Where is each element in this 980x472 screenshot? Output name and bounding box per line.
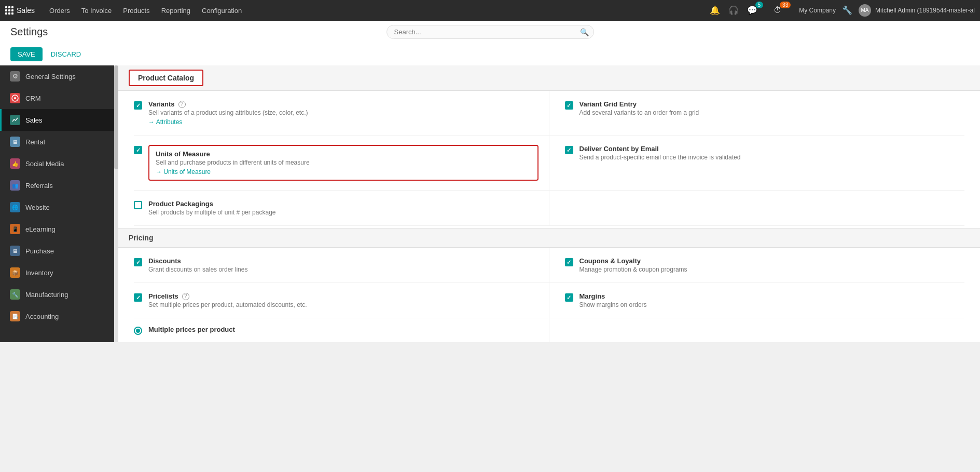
- clock-icon[interactable]: ⏱33: [771, 3, 795, 17]
- variant-grid-entry-desc: Add several variants to an order from a …: [579, 109, 699, 116]
- content-area: Product Catalog ✓ Variants ? Sell varian…: [118, 65, 980, 342]
- units-of-measure-label: Units of Measure: [156, 150, 210, 158]
- setting-pricelists: ✓ Pricelists ? Set multiple prices per p…: [134, 283, 549, 318]
- sidebar-item-social-media[interactable]: 👍 Social Media: [0, 153, 114, 174]
- nav-to-invoice[interactable]: To Invoice: [76, 4, 117, 18]
- setting-variant-grid-entry: ✓ Variant Grid Entry Add several variant…: [549, 91, 965, 135]
- company-name[interactable]: My Company: [799, 7, 836, 14]
- search-input[interactable]: [387, 25, 594, 39]
- sidebar-item-accounting[interactable]: 📑 Accounting: [0, 305, 114, 327]
- website-icon: 🌐: [10, 202, 20, 212]
- sales-icon: [10, 115, 20, 125]
- bell-icon[interactable]: 🔔: [708, 3, 722, 17]
- chat-icon[interactable]: 💬5: [745, 3, 768, 17]
- search-icon: 🔍: [580, 28, 589, 36]
- multiple-prices-radio[interactable]: [134, 327, 142, 335]
- variants-label: Variants: [148, 100, 175, 108]
- manufacturing-icon: 🔧: [10, 289, 20, 300]
- deliver-content-content: Deliver Content by Email Send a product-…: [579, 145, 741, 161]
- product-catalog-settings: ✓ Variants ? Sell variants of a product …: [118, 91, 980, 226]
- deliver-content-checkbox[interactable]: ✓: [565, 146, 573, 154]
- deliver-content-label: Deliver Content by Email: [579, 145, 659, 153]
- main-nav: Orders To Invoice Products Reporting Con…: [44, 4, 706, 18]
- app-name: Sales: [17, 6, 35, 15]
- variant-grid-entry-checkbox[interactable]: ✓: [565, 101, 573, 110]
- sidebar-item-elearning[interactable]: 📱 eLearning: [0, 218, 114, 240]
- discounts-desc: Grant discounts on sales order lines: [148, 266, 247, 273]
- variants-desc: Sell variants of a product using attribu…: [148, 109, 308, 116]
- sidebar-item-inventory[interactable]: 📦 Inventory: [0, 262, 114, 284]
- product-catalog-tab[interactable]: Product Catalog: [129, 70, 203, 86]
- sidebar-label-manufacturing: Manufacturing: [25, 291, 68, 299]
- pricing-row-2: ✓ Pricelists ? Set multiple prices per p…: [134, 283, 964, 318]
- sidebar-label-social-media: Social Media: [25, 160, 64, 168]
- accounting-icon: 📑: [10, 311, 20, 321]
- sidebar-item-rental[interactable]: 🖥 Rental: [0, 131, 114, 153]
- setting-margins: ✓ Margins Show margins on orders: [549, 283, 965, 318]
- sidebar-item-manufacturing[interactable]: 🔧 Manufacturing: [0, 284, 114, 305]
- discard-button[interactable]: DISCARD: [47, 47, 86, 61]
- sidebar-item-crm[interactable]: CRM: [0, 87, 114, 109]
- scrollbar-track[interactable]: [114, 65, 118, 342]
- sidebar-item-purchase[interactable]: 🖥 Purchase: [0, 240, 114, 262]
- discounts-label: Discounts: [148, 257, 181, 265]
- elearning-icon: 📱: [10, 224, 20, 234]
- app-brand[interactable]: Sales: [5, 6, 39, 15]
- apps-icon[interactable]: [5, 6, 13, 15]
- pricelists-checkbox[interactable]: ✓: [134, 293, 142, 302]
- pricing-row-1: ✓ Discounts Grant discounts on sales ord…: [134, 248, 964, 283]
- sidebar-label-accounting: Accounting: [25, 313, 59, 320]
- pricing-settings: ✓ Discounts Grant discounts on sales ord…: [118, 248, 980, 342]
- coupons-loyalty-label: Coupons & Loyalty: [579, 257, 641, 265]
- discounts-checkbox[interactable]: ✓: [134, 258, 142, 266]
- general-settings-icon: ⚙: [10, 71, 20, 82]
- nav-products[interactable]: Products: [118, 4, 155, 18]
- product-packagings-label: Product Packagings: [148, 200, 213, 208]
- multiple-prices-label: Multiple prices per product: [148, 326, 235, 333]
- social-icon: 👍: [10, 158, 20, 169]
- navbar-right: 🔔 🎧 💬5 ⏱33 My Company 🔧 MA Mitchell Admi…: [708, 3, 975, 17]
- coupons-loyalty-content: Coupons & Loyalty Manage promotion & cou…: [579, 257, 687, 273]
- sidebar-label-crm: CRM: [25, 95, 41, 102]
- discounts-content: Discounts Grant discounts on sales order…: [148, 257, 247, 273]
- settings-row-1: ✓ Variants ? Sell variants of a product …: [134, 91, 964, 136]
- crm-icon: [10, 93, 20, 103]
- setting-multiple-prices: Multiple prices per product: [134, 318, 549, 342]
- variants-link[interactable]: Attributes: [148, 118, 182, 126]
- variant-grid-entry-content: Variant Grid Entry Add several variants …: [579, 100, 699, 116]
- wrench-icon[interactable]: 🔧: [840, 3, 854, 17]
- units-of-measure-checkbox[interactable]: ✓: [134, 146, 142, 154]
- sidebar-label-sales: Sales: [25, 116, 43, 124]
- sidebar-label-general-settings: General Settings: [25, 73, 76, 80]
- user-avatar[interactable]: MA: [859, 4, 871, 17]
- product-catalog-section-header: Product Catalog: [118, 65, 980, 91]
- pricing-row-3: Multiple prices per product: [134, 318, 964, 342]
- nav-reporting[interactable]: Reporting: [156, 4, 196, 18]
- nav-configuration[interactable]: Configuration: [197, 4, 247, 18]
- save-button[interactable]: SAVE: [10, 47, 43, 61]
- units-of-measure-link[interactable]: Units of Measure: [156, 168, 211, 176]
- coupons-loyalty-checkbox[interactable]: ✓: [565, 258, 573, 266]
- pricing-section-title: Pricing: [129, 234, 153, 242]
- pricelists-desc: Set multiple prices per product, automat…: [148, 301, 307, 308]
- setting-discounts: ✓ Discounts Grant discounts on sales ord…: [134, 248, 549, 282]
- sidebar-item-referrals[interactable]: 👥 Referrals: [0, 174, 114, 196]
- top-navbar: Sales Orders To Invoice Products Reporti…: [0, 0, 980, 21]
- pricing-section-header: Pricing: [118, 228, 980, 248]
- sidebar-item-website[interactable]: 🌐 Website: [0, 196, 114, 218]
- deliver-content-desc: Send a product-specific email once the i…: [579, 154, 741, 161]
- variants-help-icon[interactable]: ?: [178, 101, 186, 108]
- margins-checkbox[interactable]: ✓: [565, 293, 573, 302]
- nav-orders[interactable]: Orders: [44, 4, 75, 18]
- search-container: 🔍: [387, 25, 594, 39]
- sidebar-item-general-settings[interactable]: ⚙ General Settings: [0, 65, 114, 87]
- user-name[interactable]: Mitchell Admin (18919544-master-al: [875, 7, 975, 14]
- units-of-measure-highlighted: Units of Measure Sell and purchase produ…: [148, 145, 539, 181]
- scrollbar-thumb[interactable]: [114, 65, 118, 169]
- sidebar-item-sales[interactable]: Sales: [0, 109, 114, 131]
- headset-icon[interactable]: 🎧: [726, 3, 741, 17]
- pricelists-help-icon[interactable]: ?: [182, 293, 189, 300]
- variants-checkbox[interactable]: ✓: [134, 101, 142, 110]
- product-packagings-checkbox[interactable]: [134, 201, 142, 209]
- setting-variants: ✓ Variants ? Sell variants of a product …: [134, 91, 549, 135]
